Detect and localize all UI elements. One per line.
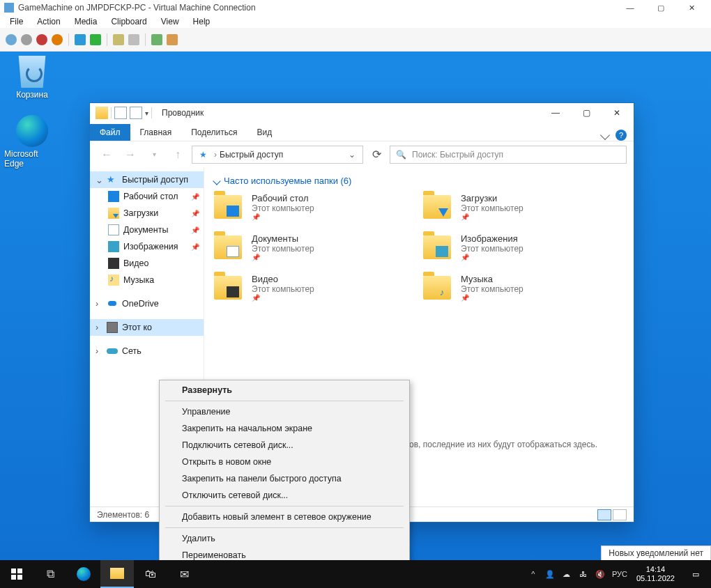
host-close-button[interactable]: ✕ <box>676 0 707 15</box>
tool-play-icon[interactable] <box>90 34 101 45</box>
nav-item-music[interactable]: Музыка <box>90 272 204 288</box>
tool-enhanced-icon[interactable] <box>151 34 162 45</box>
vm-desktop[interactable]: Корзина Microsoft Edge ▾ Проводник — ▢ ✕… <box>0 52 711 588</box>
tray-people-icon[interactable]: 👤 <box>542 560 558 588</box>
context-menu-item[interactable]: Подключить сетевой диск... <box>161 437 408 454</box>
host-maximize-button[interactable]: ▢ <box>645 0 676 15</box>
menu-clipboard[interactable]: Clipboard <box>104 17 153 26</box>
tray-network-icon[interactable]: 🖧 <box>575 560 592 588</box>
menu-media[interactable]: Media <box>68 17 105 26</box>
address-dropdown-icon[interactable]: ⌄ <box>344 150 360 160</box>
context-menu-item[interactable]: Добавить новый элемент в сетевое окружен… <box>161 509 408 525</box>
tool-revert-icon[interactable] <box>128 34 139 45</box>
divider <box>111 107 112 118</box>
caret-icon[interactable]: › <box>95 346 102 356</box>
desktop-edge[interactable]: Microsoft Edge <box>4 115 60 169</box>
host-minimize-button[interactable]: — <box>615 0 645 15</box>
nav-this-pc[interactable]: ›Этот ко <box>90 319 204 336</box>
this-pc-icon <box>107 322 118 333</box>
section-header[interactable]: Часто используемые папки (6) <box>214 176 624 186</box>
tool-checkpoint-icon[interactable] <box>113 34 124 45</box>
caret-icon[interactable]: › <box>95 299 102 309</box>
folder-name: Рабочий стол <box>252 193 314 203</box>
ribbon-home-tab[interactable]: Главная <box>130 124 182 141</box>
view-details-button[interactable] <box>597 509 611 520</box>
explorer-minimize-button[interactable]: — <box>540 103 571 123</box>
tool-share-icon[interactable] <box>167 34 178 45</box>
tool-record-icon[interactable] <box>36 34 47 45</box>
tray-language[interactable]: РУС <box>609 560 631 588</box>
explorer-close-button[interactable]: ✕ <box>602 103 632 123</box>
taskbar-mail[interactable]: ✉ <box>167 560 201 588</box>
task-view-button[interactable]: ⧉ <box>33 560 67 588</box>
explorer-title: Проводник <box>162 108 540 118</box>
notification-popup[interactable]: Новых уведомлений нет <box>601 546 711 561</box>
desktop-recycle-bin[interactable]: Корзина <box>4 56 60 100</box>
qat-newfolder-icon[interactable] <box>130 107 142 119</box>
nav-onedrive[interactable]: ›OneDrive <box>90 295 204 312</box>
menu-help[interactable]: Help <box>186 17 217 26</box>
tray-overflow-button[interactable]: ^ <box>525 560 542 588</box>
folder-card[interactable]: ♪МузыкаЭтот компьютер📌 <box>423 274 604 302</box>
ribbon-expand-icon[interactable] <box>600 130 610 140</box>
nav-quick-access[interactable]: ⌄ ★ Быстрый доступ <box>90 171 204 188</box>
nav-item-pictures[interactable]: Изображения📌 <box>90 238 204 255</box>
taskbar-explorer[interactable] <box>100 560 134 588</box>
explorer-titlebar[interactable]: ▾ Проводник — ▢ ✕ <box>90 103 634 123</box>
action-center-button[interactable]: ▭ <box>680 560 711 588</box>
taskbar-store[interactable]: 🛍 <box>134 560 167 588</box>
menu-view[interactable]: View <box>154 17 186 26</box>
context-menu-item[interactable]: Закрепить на начальном экране <box>161 420 408 437</box>
menu-action[interactable]: Action <box>30 17 67 26</box>
folder-card[interactable]: ВидеоЭтот компьютер📌 <box>214 274 395 302</box>
qat-dropdown-icon[interactable]: ▾ <box>145 109 148 117</box>
context-menu-item[interactable]: Развернуть <box>161 382 408 399</box>
folder-card[interactable]: ИзображенияЭтот компьютер📌 <box>423 233 604 261</box>
folder-icon <box>214 276 242 300</box>
host-toolbar <box>0 28 711 52</box>
context-menu-item[interactable]: Отключить сетевой диск... <box>161 487 408 504</box>
caret-icon[interactable]: › <box>95 323 102 332</box>
taskbar-edge[interactable] <box>67 560 100 588</box>
explorer-maximize-button[interactable]: ▢ <box>571 103 602 123</box>
folder-card[interactable]: ЗагрузкиЭтот компьютер📌 <box>423 193 604 221</box>
refresh-button[interactable]: ⟳ <box>367 146 385 164</box>
folder-card[interactable]: Рабочий столЭтот компьютер📌 <box>214 193 395 221</box>
context-menu-item[interactable]: Управление <box>161 403 408 420</box>
help-icon[interactable]: ? <box>616 130 627 141</box>
tray-clock[interactable]: 14:14 05.11.2022 <box>631 565 680 583</box>
menu-file[interactable]: File <box>3 17 30 26</box>
pin-icon: 📌 <box>191 226 199 234</box>
recent-locations-button[interactable]: ▾ <box>144 145 164 164</box>
ribbon-share-tab[interactable]: Поделиться <box>181 124 247 141</box>
forward-button[interactable]: → <box>121 145 140 164</box>
nav-item-downloads[interactable]: Загрузки📌 <box>90 205 204 222</box>
ribbon-view-tab[interactable]: Вид <box>247 124 282 141</box>
tool-ctrlaltdel-icon[interactable] <box>6 34 17 45</box>
search-box[interactable]: 🔍 Поиск: Быстрый доступ <box>390 146 627 164</box>
up-button[interactable]: ↑ <box>168 145 188 164</box>
view-large-icons-button[interactable] <box>613 509 627 520</box>
tool-power-icon[interactable] <box>52 34 63 45</box>
context-menu-item[interactable]: Удалить <box>161 530 408 547</box>
context-menu-item[interactable]: Закрепить на панели быстрого доступа <box>161 470 408 487</box>
taskbar[interactable]: ⧉ 🛍 ✉ ^ 👤 ☁ 🖧 🔇 РУС 14:14 05.11.2022 ▭ <box>0 560 711 588</box>
nav-item-documents[interactable]: Документы📌 <box>90 222 204 238</box>
tray-onedrive-icon[interactable]: ☁ <box>558 560 575 588</box>
qat-properties-icon[interactable] <box>114 107 127 119</box>
back-button[interactable]: ← <box>97 145 116 164</box>
nav-network[interactable]: ›Сеть <box>90 343 204 359</box>
nav-label: Этот ко <box>122 323 152 332</box>
tool-stop-icon[interactable] <box>21 34 32 45</box>
caret-icon[interactable]: ⌄ <box>95 175 102 185</box>
tool-pause-icon[interactable] <box>75 34 86 45</box>
folder-card[interactable]: ДокументыЭтот компьютер📌 <box>214 233 395 261</box>
nav-item-desktop[interactable]: Рабочий стол📌 <box>90 188 204 205</box>
start-button[interactable] <box>0 560 33 588</box>
context-menu-item[interactable]: Открыть в новом окне <box>161 454 408 470</box>
ribbon-file-tab[interactable]: Файл <box>90 124 130 141</box>
tray-volume-icon[interactable]: 🔇 <box>592 560 609 588</box>
tray-time: 14:14 <box>636 565 675 574</box>
nav-item-videos[interactable]: Видео <box>90 255 204 272</box>
address-bar[interactable]: ★ › Быстрый доступ ⌄ <box>192 146 363 164</box>
